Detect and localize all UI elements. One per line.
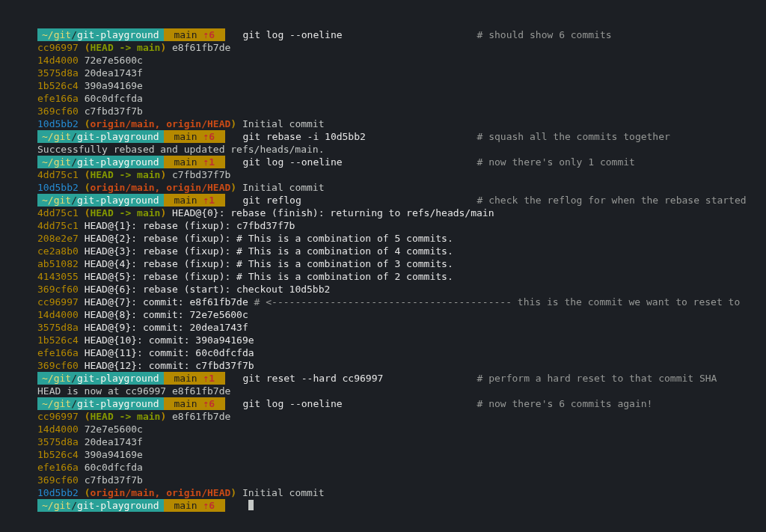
line-comment: # <-------------------------------------… (254, 296, 741, 308)
terminal-line: 1b526c4 HEAD@{10}: commit: 390a94169e (37, 334, 729, 346)
terminal-line: 3575d8a 20dea1743f (37, 67, 729, 79)
terminal-line: cc96997 HEAD@{7}: commit: e8f61fb7de # <… (37, 296, 729, 308)
commit-msg: e8f61fb7de (172, 42, 230, 53)
commit-msg: 60c0dfcfda (85, 462, 143, 473)
output-text: HEAD is now at cc96997 e8f61fb7de (37, 385, 230, 397)
prompt-branch: main ⇡6 (164, 28, 225, 41)
commit-hash: cc96997 (37, 296, 79, 308)
line-comment: # check the reflog for when the rebase s… (301, 195, 747, 206)
reflog-entry: HEAD@{1}: rebase (fixup): c7fbd37f7b (85, 220, 295, 231)
terminal-line: ~/git/git-playground main ⇡6 git log --o… (37, 28, 729, 41)
reflog-entry: HEAD@{10}: commit: 390a94169e (85, 334, 254, 346)
commit-hash: efe166a (37, 347, 79, 358)
commit-hash: ce2a8b0 (37, 245, 79, 257)
commit-msg: Initial commit (242, 118, 325, 129)
commit-hash: 369cf60 (37, 474, 79, 486)
reflog-entry: HEAD@{4}: rebase (fixup): # This is a co… (85, 258, 453, 269)
terminal-output[interactable]: ~/git/git-playground main ⇡6 git log --o… (0, 0, 766, 532)
commit-msg: c7fbd37f7b (85, 474, 143, 486)
commit-hash: 208e2e7 (37, 233, 79, 244)
commit-hash: efe166a (37, 462, 79, 473)
terminal-line: 3575d8a 20dea1743f (37, 435, 729, 448)
terminal-line: 4dd75c1 (HEAD -> main) HEAD@{0}: rebase … (37, 207, 729, 219)
command-text: git log --oneline (242, 398, 342, 409)
commit-hash: 3575d8a (37, 67, 79, 79)
prompt-path: ~/git/git-playground (37, 397, 164, 410)
ref-remote: origin/main, origin/HEAD (90, 182, 230, 193)
terminal-line: 369cf60 c7fbd37f7b (37, 105, 729, 117)
commit-hash: 14d4000 (37, 309, 79, 320)
terminal-line: efe166a 60c0dfcfda (37, 461, 729, 474)
commit-msg: 390a94169e (85, 449, 143, 460)
ref-head: HEAD -> main (90, 169, 160, 180)
commit-hash: 3575d8a (37, 436, 79, 447)
command-text: git log --oneline (242, 29, 342, 40)
terminal-line: 208e2e7 HEAD@{2}: rebase (fixup): # This… (37, 232, 729, 245)
commit-hash: 10d5bb2 (37, 487, 79, 498)
prompt-branch: main ⇡6 (164, 499, 225, 512)
terminal-line: 10d5bb2 (origin/main, origin/HEAD) Initi… (37, 117, 729, 130)
commit-msg: 20dea1743f (85, 436, 143, 447)
prompt-path: ~/git/git-playground (37, 194, 164, 207)
reflog-entry: HEAD@{3}: rebase (fixup): # This is a co… (85, 245, 453, 257)
terminal-line: ~/git/git-playground main ⇡6 (37, 499, 729, 512)
commit-hash: cc96997 (37, 42, 79, 53)
commit-msg: 20dea1743f (85, 67, 143, 79)
terminal-line: ab51082 HEAD@{4}: rebase (fixup): # This… (37, 257, 729, 270)
terminal-line: 1b526c4 390a94169e (37, 448, 729, 461)
prompt-branch: main ⇡6 (164, 130, 225, 143)
commit-hash: cc96997 (37, 411, 79, 422)
ref-head: HEAD -> main (90, 411, 160, 422)
terminal-line: 1b526c4 390a94169e (37, 79, 729, 92)
line-comment: # squash all the commits together (366, 131, 670, 142)
commit-msg: c7fbd37f7b (172, 169, 230, 180)
prompt-branch: main ⇡1 (164, 194, 225, 207)
terminal-line: Successfully rebased and updated refs/he… (37, 143, 729, 156)
commit-hash: 4dd75c1 (37, 207, 79, 218)
reflog-entry: HEAD@{5}: rebase (fixup): # This is a co… (85, 271, 453, 282)
terminal-line: efe166a 60c0dfcfda (37, 92, 729, 105)
reflog-entry: HEAD@{11}: commit: 60c0dfcfda (85, 347, 254, 358)
terminal-line: 14d4000 72e7e5600c (37, 54, 729, 67)
terminal-line: 369cf60 c7fbd37f7b (37, 474, 729, 486)
commit-hash: 369cf60 (37, 106, 79, 117)
command-text: git reflog (242, 195, 301, 206)
prompt-branch: main ⇡1 (164, 372, 225, 385)
commit-hash: 4dd75c1 (37, 169, 79, 180)
terminal-line: ~/git/git-playground main ⇡1 git log --o… (37, 156, 729, 168)
terminal-line: 4143055 HEAD@{5}: rebase (fixup): # This… (37, 270, 729, 283)
output-text: Successfully rebased and updated refs/he… (37, 144, 325, 155)
cursor (248, 500, 254, 510)
prompt-path: ~/git/git-playground (37, 372, 164, 385)
prompt-branch: main ⇡1 (164, 156, 225, 168)
commit-msg: 72e7e5600c (85, 55, 143, 66)
terminal-line: efe166a HEAD@{11}: commit: 60c0dfcfda (37, 346, 729, 359)
terminal-line: cc96997 (HEAD -> main) e8f61fb7de (37, 410, 729, 423)
commit-hash: efe166a (37, 93, 79, 104)
reflog-entry: HEAD@{12}: commit: c7fbd37f7b (85, 360, 254, 371)
ref-remote: origin/main, origin/HEAD (90, 487, 230, 498)
reflog-entry: HEAD@{7}: commit: e8f61fb7de (85, 296, 248, 308)
terminal-line: ~/git/git-playground main ⇡1 git reset -… (37, 372, 729, 385)
prompt-path: ~/git/git-playground (37, 28, 164, 41)
reflog-entry: HEAD@{9}: commit: 20dea1743f (85, 322, 248, 333)
commit-msg: Initial commit (242, 487, 325, 498)
commit-hash: 14d4000 (37, 55, 79, 66)
terminal-line: 14d4000 HEAD@{8}: commit: 72e7e5600c (37, 308, 729, 321)
commit-hash: 369cf60 (37, 284, 79, 295)
terminal-line: ~/git/git-playground main ⇡6 git log --o… (37, 397, 729, 410)
terminal-line: 14d4000 72e7e5600c (37, 423, 729, 435)
command-text: git rebase -i 10d5bb2 (242, 131, 365, 142)
commit-hash: 1b526c4 (37, 449, 79, 460)
terminal-line: 4dd75c1 (HEAD -> main) c7fbd37f7b (37, 168, 729, 181)
prompt-path: ~/git/git-playground (37, 499, 164, 512)
commit-msg: 72e7e5600c (85, 424, 143, 435)
ref-head: HEAD -> main (90, 207, 160, 218)
command-text: git reset --hard cc96997 (242, 373, 383, 384)
ref-head: HEAD -> main (90, 42, 160, 53)
commit-hash: 1b526c4 (37, 334, 79, 346)
commit-msg: c7fbd37f7b (85, 106, 143, 117)
terminal-line: ce2a8b0 HEAD@{3}: rebase (fixup): # This… (37, 245, 729, 257)
commit-hash: 10d5bb2 (37, 118, 79, 129)
commit-hash: 4143055 (37, 271, 79, 282)
